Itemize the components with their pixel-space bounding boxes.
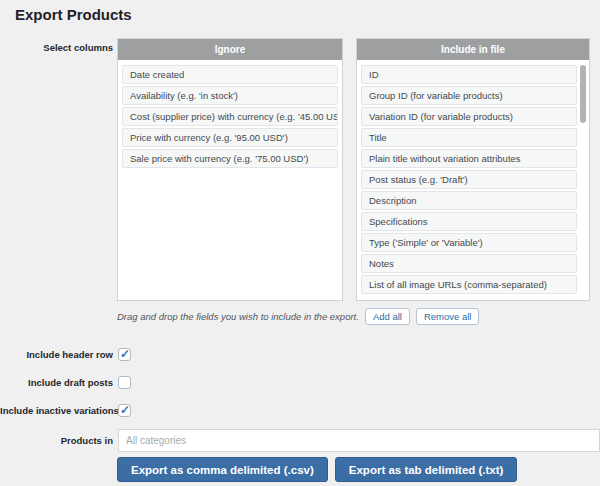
- ignore-column-item[interactable]: Price with currency (e.g. '95.00 USD'): [122, 128, 338, 147]
- option-checkbox[interactable]: [118, 376, 131, 389]
- products-in-input[interactable]: [118, 429, 600, 452]
- ignore-list-header: Ignore: [118, 39, 342, 60]
- option-checkbox[interactable]: [118, 348, 131, 361]
- include-column-item[interactable]: Notes: [361, 254, 577, 273]
- option-row: Include header row: [0, 344, 600, 364]
- export-buttons-row: Export as comma delimited (.csv) Export …: [117, 457, 524, 482]
- include-column-item[interactable]: ID: [361, 65, 577, 84]
- option-label: Include inactive variations: [0, 405, 113, 416]
- include-column-item[interactable]: Title: [361, 128, 577, 147]
- include-column-item[interactable]: Variation ID (for variable products): [361, 107, 577, 126]
- option-row: Include draft posts: [0, 372, 600, 392]
- ignore-listbox: Ignore Date createdAvailability (e.g. 'i…: [117, 38, 343, 301]
- option-checkbox[interactable]: [118, 404, 131, 417]
- include-column-item[interactable]: Group ID (for variable products): [361, 86, 577, 105]
- include-column-item[interactable]: Type ('Simple' or 'Variable'): [361, 233, 577, 252]
- include-column-item[interactable]: Description: [361, 191, 577, 210]
- option-label: Include header row: [0, 349, 113, 360]
- option-label: Include draft posts: [0, 377, 113, 388]
- include-list-header: Include in file: [357, 39, 589, 60]
- include-column-item[interactable]: Post status (e.g. 'Draft'): [361, 170, 577, 189]
- include-list-scrollbar[interactable]: [580, 65, 586, 123]
- export-options: Include header rowInclude draft postsInc…: [0, 344, 600, 428]
- add-all-button[interactable]: Add all: [365, 308, 410, 325]
- ignore-column-item[interactable]: Availability (e.g. 'in stock'): [122, 86, 338, 105]
- products-in-row: Products in: [0, 429, 600, 452]
- ignore-list[interactable]: Date createdAvailability (e.g. 'in stock…: [118, 60, 342, 300]
- remove-all-button[interactable]: Remove all: [416, 308, 480, 325]
- page-title: Export Products: [15, 6, 132, 23]
- select-columns-label: Select columns: [0, 42, 113, 53]
- include-list[interactable]: IDGroup ID (for variable products)Variat…: [357, 60, 589, 300]
- hint-row: Drag and drop the fields you wish to inc…: [117, 306, 479, 326]
- ignore-column-item[interactable]: Sale price with currency (e.g. '75.00 US…: [122, 149, 338, 168]
- include-column-item[interactable]: List of all image URLs (comma-separated): [361, 275, 577, 294]
- drag-drop-hint: Drag and drop the fields you wish to inc…: [117, 311, 359, 322]
- ignore-column-item[interactable]: Date created: [122, 65, 338, 84]
- option-row: Include inactive variations: [0, 400, 600, 420]
- export-csv-button[interactable]: Export as comma delimited (.csv): [117, 457, 328, 482]
- ignore-column-item[interactable]: Cost (supplier price) with currency (e.g…: [122, 107, 338, 126]
- products-in-label: Products in: [0, 435, 113, 446]
- include-column-item[interactable]: Specifications: [361, 212, 577, 231]
- export-txt-button[interactable]: Export as tab delimited (.txt): [335, 457, 518, 482]
- include-column-item[interactable]: Plain title without variation attributes: [361, 149, 577, 168]
- include-listbox: Include in file IDGroup ID (for variable…: [356, 38, 590, 301]
